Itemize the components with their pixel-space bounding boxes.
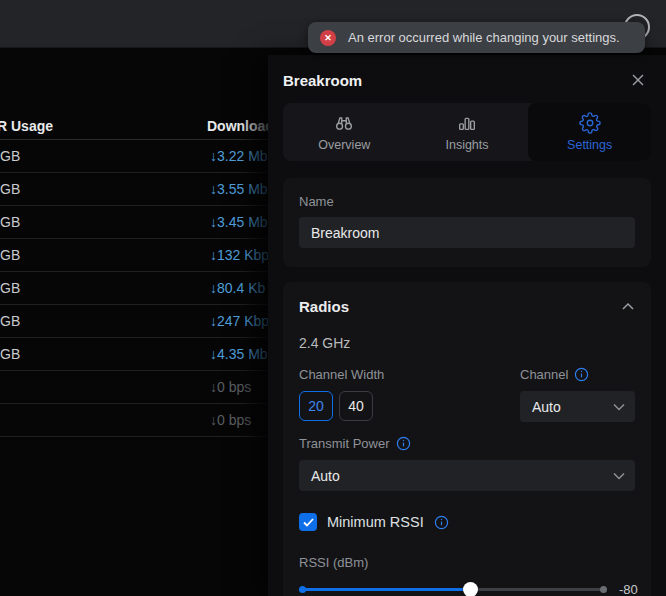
minimum-rssi-checkbox[interactable] [299, 513, 317, 531]
download-cell: ↓132 Kbp [210, 247, 269, 263]
info-icon[interactable] [396, 436, 411, 451]
toast-message: An error occurred while changing your se… [348, 30, 620, 45]
usage-cell: GB [0, 214, 20, 230]
table-row[interactable]: GB ↓247 Kbp [0, 305, 268, 338]
info-icon[interactable] [434, 515, 449, 530]
slider-max-dot [600, 586, 607, 593]
table-row[interactable]: ↓0 bps [0, 404, 268, 437]
transmit-power-value: Auto [311, 468, 340, 484]
slider-thumb[interactable] [463, 582, 478, 596]
close-icon[interactable] [630, 72, 646, 88]
transmit-power-select[interactable]: Auto [299, 460, 635, 491]
tab-insights[interactable]: Insights [406, 103, 529, 161]
rssi-dbm-label: RSSI (dBm) [299, 555, 635, 570]
download-cell: ↓3.55 Mb [210, 181, 268, 197]
download-cell: ↓3.22 Mb [210, 148, 268, 164]
table-row[interactable]: GB ↓132 Kbp [0, 239, 268, 272]
clients-table: R Usage Download GB ↓3.22 Mb GB ↓3.55 Mb… [0, 112, 268, 438]
table-row[interactable]: GB ↓80.4 Kb [0, 272, 268, 305]
binoculars-icon [333, 112, 355, 134]
radios-card: Radios 2.4 GHz Channel Width 20 40 Chann… [283, 282, 651, 596]
table-row[interactable]: GB ↓3.55 Mb [0, 173, 268, 206]
panel-header: Breakroom [268, 55, 666, 93]
name-input[interactable] [299, 217, 635, 248]
tab-label: Overview [318, 138, 370, 152]
column-header-download[interactable]: Download [207, 118, 274, 134]
channel-select[interactable]: Auto [520, 391, 635, 422]
channel-width-40-button[interactable]: 40 [339, 391, 373, 421]
minimum-rssi-label: Minimum RSSI [327, 514, 424, 530]
table-row[interactable]: GB ↓4.35 Mb [0, 338, 268, 371]
channel-width-20-button[interactable]: 20 [299, 391, 333, 421]
chevron-up-icon[interactable] [621, 302, 635, 312]
check-icon [303, 518, 314, 527]
table-row[interactable]: ↓0 bps [0, 371, 268, 404]
tab-label: Settings [567, 138, 612, 152]
tab-settings[interactable]: Settings [528, 103, 651, 161]
table-row[interactable]: GB ↓3.22 Mb [0, 140, 268, 173]
usage-cell: GB [0, 313, 20, 329]
rssi-slider[interactable] [299, 582, 607, 596]
slider-min-dot [299, 586, 306, 593]
table-header-row: R Usage Download [0, 112, 268, 140]
usage-cell: GB [0, 181, 20, 197]
table-row[interactable]: GB ↓3.45 Mb [0, 206, 268, 239]
panel-tabbar: Overview Insights Settings [283, 103, 651, 161]
download-cell: ↓247 Kbp [210, 313, 269, 329]
usage-cell: GB [0, 148, 20, 164]
chevron-down-icon [613, 472, 625, 480]
panel-title: Breakroom [283, 72, 362, 89]
usage-cell: GB [0, 280, 20, 296]
tab-label: Insights [445, 138, 488, 152]
download-cell: ↓0 bps [210, 412, 251, 428]
info-icon[interactable] [574, 367, 589, 382]
download-cell: ↓4.35 Mb [210, 346, 268, 362]
rssi-value: -80 [619, 582, 638, 596]
channel-value: Auto [532, 399, 561, 415]
usage-cell: GB [0, 346, 20, 362]
column-header-usage[interactable]: R Usage [0, 118, 53, 134]
error-toast: ✕ An error occurred while changing your … [308, 22, 645, 53]
channel-label: Channel [520, 367, 568, 382]
download-cell: ↓3.45 Mb [210, 214, 268, 230]
band-label: 2.4 GHz [299, 335, 635, 351]
download-cell: ↓0 bps [210, 379, 251, 395]
download-cell: ↓80.4 Kb [210, 280, 265, 296]
radios-section-title: Radios [299, 298, 349, 315]
slider-fill [299, 588, 471, 591]
name-field-label: Name [299, 194, 635, 209]
error-icon: ✕ [320, 30, 336, 46]
bar-chart-icon [456, 112, 478, 134]
transmit-power-label: Transmit Power [299, 436, 390, 451]
device-settings-panel: Breakroom Overview Insights [268, 55, 666, 596]
chevron-down-icon [613, 403, 625, 411]
usage-cell: GB [0, 247, 20, 263]
channel-width-label: Channel Width [299, 367, 384, 382]
gear-icon [579, 112, 601, 134]
tab-overview[interactable]: Overview [283, 103, 406, 161]
name-card: Name [283, 178, 651, 267]
